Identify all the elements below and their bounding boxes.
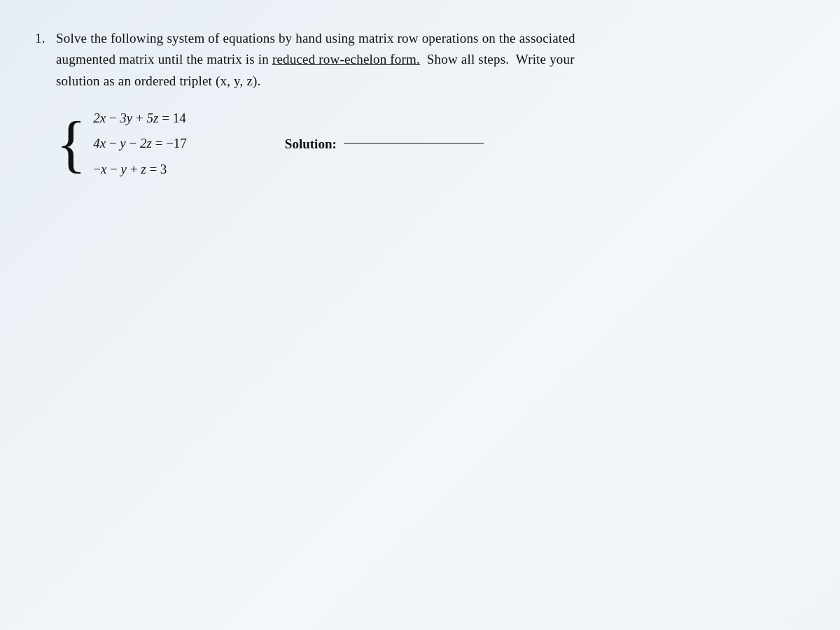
solution-label: Solution: bbox=[285, 136, 337, 152]
problem-section: 1. Solve the following system of equatio… bbox=[35, 28, 763, 181]
equations-block: { 2x − 3y + 5z = 14 4x − y − 2z = −17 −x… bbox=[56, 107, 763, 181]
solution-area: Solution: bbox=[285, 136, 484, 152]
instruction-text-1: Solve the following system of equations … bbox=[56, 31, 575, 46]
problem-header: 1. Solve the following system of equatio… bbox=[35, 28, 763, 92]
equation-1: 2x − 3y + 5z = 14 bbox=[93, 107, 187, 130]
system-container: { 2x − 3y + 5z = 14 4x − y − 2z = −17 −x… bbox=[56, 107, 187, 181]
problem-number: 1. bbox=[35, 28, 56, 48]
page-content: 1. Solve the following system of equatio… bbox=[0, 0, 805, 202]
equations-list: 2x − 3y + 5z = 14 4x − y − 2z = −17 −x −… bbox=[93, 107, 187, 181]
write-your: Write your bbox=[516, 52, 575, 66]
instruction-text-2a: augmented matrix until the matrix is in bbox=[56, 52, 269, 66]
solution-answer-line bbox=[344, 143, 484, 144]
instruction-text-3: solution as an ordered triplet (x, y, z)… bbox=[56, 74, 261, 88]
instruction-paragraph: Solve the following system of equations … bbox=[56, 28, 763, 92]
reduced-row-echelon-text: reduced row-echelon form. bbox=[272, 52, 420, 66]
left-brace: { bbox=[56, 113, 86, 176]
show-all-steps: Show all steps. bbox=[427, 52, 509, 66]
problem-text: Solve the following system of equations … bbox=[56, 28, 763, 92]
equation-3: −x − y + z = 3 bbox=[93, 158, 187, 181]
equation-2: 4x − y − 2z = −17 bbox=[93, 132, 187, 155]
